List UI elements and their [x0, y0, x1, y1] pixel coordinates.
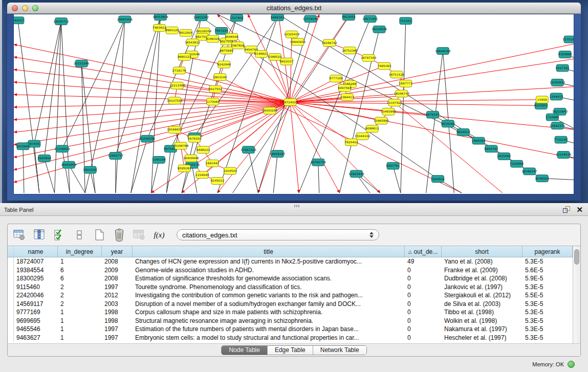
- graph-node[interactable]: 9146821: [254, 51, 268, 58]
- graph-node[interactable]: 1697771: [399, 80, 413, 87]
- table-cell[interactable]: 5.3E-5: [522, 300, 573, 309]
- graph-node[interactable]: 12093832: [550, 79, 565, 86]
- table-cell[interactable]: 22420046: [14, 291, 58, 300]
- function-builder-icon[interactable]: f(x): [153, 228, 166, 242]
- table-cell[interactable]: Hescheler et al. (1997): [442, 334, 522, 342]
- graph-node[interactable]: 10965995: [374, 117, 389, 124]
- graph-node[interactable]: 19218506: [372, 26, 387, 33]
- graph-node[interactable]: 15692371: [550, 122, 565, 129]
- graph-node[interactable]: 9546546: [225, 33, 238, 40]
- table-cell[interactable]: 5.3E-5: [522, 308, 573, 317]
- graph-node[interactable]: 1710685: [546, 114, 559, 121]
- column-header-title[interactable]: title: [133, 246, 405, 257]
- citation-edge-red[interactable]: [290, 14, 319, 102]
- graph-node[interactable]: 9242848: [217, 61, 231, 68]
- graph-node[interactable]: 12104516: [556, 151, 572, 159]
- table-settings-icon[interactable]: [13, 228, 26, 242]
- graph-node[interactable]: 2364413: [340, 94, 354, 101]
- table-cell[interactable]: 2: [58, 283, 102, 292]
- graph-node[interactable]: 12923448: [349, 170, 364, 178]
- table-cell[interactable]: 1: [58, 308, 102, 317]
- table-cell[interactable]: 1: [58, 257, 102, 266]
- table-cell[interactable]: 2012: [102, 291, 133, 300]
- table-cell[interactable]: Structural magnetic resonance image aver…: [133, 317, 405, 325]
- graph-node[interactable]: 14671355: [362, 15, 378, 23]
- citation-edge-red[interactable]: [14, 70, 290, 102]
- table-cell[interactable]: Disruption of a novel member of a sodium…: [133, 300, 405, 309]
- graph-node[interactable]: 9329966: [558, 51, 572, 58]
- table-cell[interactable]: 5.6E-5: [522, 266, 573, 275]
- table-cell[interactable]: 1997: [102, 283, 133, 292]
- graph-node[interactable]: 16046742: [321, 39, 337, 47]
- table-cell[interactable]: 5.5E-5: [522, 291, 573, 300]
- close-panel-icon[interactable]: ✕: [576, 206, 583, 213]
- delete-column-icon[interactable]: [113, 228, 126, 242]
- table-cell[interactable]: 1998: [102, 308, 133, 317]
- table-cell[interactable]: 2009: [102, 266, 133, 275]
- citation-network-graph[interactable]: 1405571405571220691406160538091065328715…: [14, 14, 574, 194]
- row-select-icon[interactable]: [53, 228, 66, 242]
- column-header-year[interactable]: year: [102, 246, 133, 257]
- table-cell[interactable]: 5.3E-5: [522, 325, 573, 334]
- graph-node[interactable]: 15751074: [562, 36, 574, 43]
- citation-edge-black[interactable]: [116, 17, 161, 156]
- column-header-short[interactable]: short: [442, 246, 522, 257]
- table-row[interactable]: 946362711997Embryonic stem cells: a mode…: [8, 334, 573, 342]
- table-panel-header[interactable]: Table Panel ✕: [0, 203, 588, 216]
- graph-node[interactable]: 14055712: [53, 18, 69, 25]
- graph-node[interactable]: 20691406: [117, 16, 133, 23]
- graph-node[interactable]: 9245012: [211, 178, 225, 185]
- column-header-in-degree[interactable]: in_degree: [58, 246, 102, 257]
- graph-node[interactable]: 1527602: [230, 14, 244, 21]
- graph-node[interactable]: 2967608: [231, 42, 245, 49]
- graph-node[interactable]: 8186328: [206, 35, 220, 42]
- graph-node[interactable]: 1815492: [497, 153, 511, 160]
- new-table-icon[interactable]: [93, 228, 106, 242]
- graph-node[interactable]: 1170064: [206, 98, 220, 105]
- table-cell[interactable]: Jankovic et al. (1997): [442, 283, 522, 292]
- graph-node[interactable]: 8960128: [165, 27, 179, 34]
- citation-edge-black[interactable]: [34, 144, 39, 193]
- citation-edge-black[interactable]: [81, 63, 85, 193]
- graph-node[interactable]: 10719195: [303, 15, 319, 23]
- table-cell[interactable]: 1998: [102, 317, 133, 325]
- citation-edge-red[interactable]: [14, 82, 290, 102]
- table-cell[interactable]: 0: [405, 291, 442, 300]
- graph-node[interactable]: 9227342: [556, 64, 570, 72]
- table-row[interactable]: 911546021997Tourette syndrome. Phenomeno…: [8, 283, 573, 292]
- table-cell[interactable]: 0: [405, 266, 442, 275]
- scrollbar-thumb[interactable]: [574, 249, 579, 265]
- table-cell[interactable]: 1997: [102, 334, 133, 342]
- table-cell[interactable]: 49: [405, 257, 442, 266]
- table-cell[interactable]: 9465546: [14, 325, 58, 334]
- citation-edge-black[interactable]: [273, 154, 277, 193]
- table-cell[interactable]: 2008: [102, 257, 133, 266]
- graph-node[interactable]: 18300295: [262, 107, 278, 114]
- graph-node[interactable]: 16409954: [61, 161, 77, 168]
- table-cell[interactable]: 2: [58, 300, 102, 309]
- graph-node[interactable]: 140557: [14, 17, 24, 24]
- tab-network-table[interactable]: Network Table: [313, 346, 366, 355]
- citation-edge-black[interactable]: [116, 19, 125, 193]
- graph-node[interactable]: 16543812: [185, 39, 201, 46]
- table-row[interactable]: 1830029562008Estimation of significance …: [8, 274, 573, 283]
- table-source-select[interactable]: citations_edges.txt: [177, 229, 379, 240]
- graph-node[interactable]: 15044102: [355, 133, 371, 140]
- table-row[interactable]: 977716911998Corpus callosum shape and si…: [8, 308, 573, 317]
- graph-node[interactable]: 19797343: [361, 54, 377, 61]
- graph-node[interactable]: 18107554: [167, 97, 183, 104]
- graph-node[interactable]: 16046747: [521, 168, 537, 175]
- citation-edge-black[interactable]: [23, 146, 24, 193]
- graph-node[interactable]: 8954793: [485, 145, 498, 152]
- table-cell[interactable]: Franke et al. (2009): [442, 266, 522, 275]
- citation-edge-black[interactable]: [147, 17, 201, 139]
- table-cell[interactable]: 19384554: [14, 266, 58, 275]
- network-canvas[interactable]: 1405571405571220691406160538091065328715…: [13, 14, 574, 194]
- table-row[interactable]: 946554611997Estimation of the future num…: [8, 325, 573, 334]
- graph-node[interactable]: 3915945: [16, 143, 30, 150]
- graph-node[interactable]: 12325419: [284, 31, 300, 38]
- graph-node[interactable]: 18752395: [342, 47, 358, 54]
- graph-node[interactable]: 16782759: [311, 159, 326, 166]
- table-cell[interactable]: 18300295: [14, 274, 58, 283]
- table-cell[interactable]: 1: [58, 325, 102, 334]
